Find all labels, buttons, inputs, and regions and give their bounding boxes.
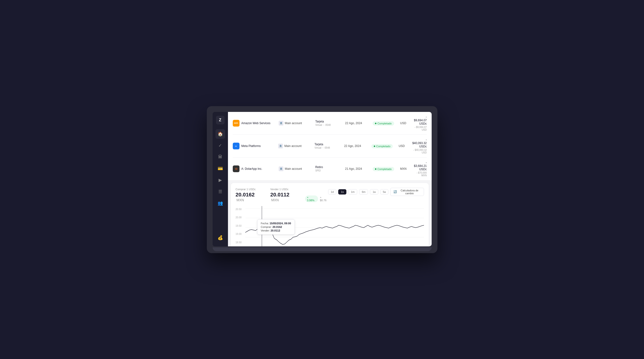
account-icon: 🏦 xyxy=(279,121,284,126)
wallet-icon: 💰 xyxy=(218,235,223,240)
sidebar-item-users[interactable]: 👥 xyxy=(216,198,225,208)
y-label-4: 19.00 xyxy=(236,233,245,235)
amount-secondary: - $40,093.32 USD xyxy=(412,149,426,154)
sidebar-item-send[interactable]: ▶ xyxy=(216,175,225,185)
date-col: 22 Ago, 2024 xyxy=(345,122,373,125)
amount-col: - $3,684.21 USDc - $70,000 MXN xyxy=(414,161,426,177)
amount-primary: - $3,684.21 USDc xyxy=(414,161,426,171)
laptop-base xyxy=(212,247,432,251)
bank-icon: 🏛 xyxy=(218,154,222,160)
account-col: 🏦 Main account xyxy=(279,121,316,126)
laptop-shell: Z 🏠 ✓ 🏛 💳 ▶ ☰ 👥 💰 xyxy=(207,106,438,253)
exchange-controls: 1d 1s 1m 6m 1a 5a 🔄 Calculadora de cambi… xyxy=(328,188,424,196)
status-dot xyxy=(375,168,376,170)
list-icon: ☰ xyxy=(218,189,222,194)
tooltip-sell-row: Vender: 20.0112 xyxy=(261,229,291,232)
sell-rate: Vender 1 USDc 20.0112 MXN xyxy=(270,188,298,202)
status-dot xyxy=(374,146,375,147)
merchant-col: 💼 A: DolarApp Inc. xyxy=(233,166,279,172)
meta-icon: ∞ xyxy=(233,143,240,149)
sell-currency: MXN xyxy=(271,198,279,202)
date-col: 21 Ago, 2024 xyxy=(345,167,373,170)
payment-type: Tarjeta xyxy=(314,143,344,146)
table-row: AWS Amazon Web Services 🏦 Main account T… xyxy=(233,112,427,135)
check-icon: ✓ xyxy=(218,143,222,148)
sell-value: 20.0112 xyxy=(270,192,290,198)
y-label-5: 18.50 xyxy=(236,241,245,244)
payment-detail: Virtual ··· 0548 xyxy=(315,124,345,126)
sidebar-item-bank[interactable]: 🏛 xyxy=(216,152,225,162)
card-icon: 💳 xyxy=(218,166,223,171)
rate-change-pct: + 3.98% xyxy=(305,196,318,202)
time-btn-6m[interactable]: 6m xyxy=(359,189,368,194)
merchant-name: Amazon Web Services xyxy=(242,122,270,125)
account-col: 🏦 Main account xyxy=(278,144,314,148)
amount-primary: - $40,093.32 USDc xyxy=(412,138,426,148)
buy-value-row: 20.0162 MXN xyxy=(236,192,263,202)
sidebar-item-list[interactable]: ☰ xyxy=(216,187,225,196)
account-icon: 🏦 xyxy=(279,166,284,171)
aws-icon: AWS xyxy=(233,120,240,126)
time-btn-1a[interactable]: 1a xyxy=(370,189,378,194)
users-icon: 👥 xyxy=(218,200,223,206)
exchange-rates: Comprar 1 USDc 20.0162 MXN Vender 1 USDc… xyxy=(236,188,328,202)
merchant-name: A: DolarApp Inc. xyxy=(242,167,262,170)
time-btn-1d[interactable]: 1d xyxy=(328,189,336,194)
chart-tooltip: Fecha: 15/05/2024, 09:00 Comprar: 20.016… xyxy=(257,219,295,234)
y-label-3: 19.50 xyxy=(236,224,245,227)
amount-secondary: - $9,694.07 USD xyxy=(414,126,426,131)
buy-label: Comprar 1 USDc xyxy=(236,188,263,191)
laptop-screen: Z 🏠 ✓ 🏛 💳 ▶ ☰ 👥 💰 xyxy=(212,112,432,246)
dolarapp-icon: 💼 xyxy=(233,166,240,172)
sidebar: Z 🏠 ✓ 🏛 💳 ▶ ☰ 👥 💰 xyxy=(212,112,228,246)
account-col: 🏦 Main account xyxy=(279,166,316,171)
payment-detail: SPEI xyxy=(315,169,345,172)
payment-type: Retiro xyxy=(315,166,345,169)
time-btn-5a[interactable]: 5a xyxy=(380,189,388,194)
home-icon: 🏠 xyxy=(218,131,223,137)
send-icon: ▶ xyxy=(218,178,222,183)
status-col: Completado xyxy=(372,121,400,126)
account-name: Main account xyxy=(285,122,302,125)
merchant-name: Meta Platforms xyxy=(242,144,261,148)
currency-col: USD xyxy=(400,122,414,125)
account-icon: 🏦 xyxy=(278,144,283,148)
status-col: Completado xyxy=(372,166,400,171)
y-label-2: 20.00 xyxy=(236,216,245,219)
y-label-1: 20.50 xyxy=(236,208,245,210)
table-row: 💼 A: DolarApp Inc. 🏦 Main account Retiro… xyxy=(233,158,427,180)
status-badge: Completado xyxy=(372,167,394,171)
status-col: Completado xyxy=(371,144,399,148)
time-btn-1s[interactable]: 1s xyxy=(338,189,346,194)
app-logo: Z xyxy=(216,116,224,124)
sidebar-item-home[interactable]: 🏠 xyxy=(216,129,225,139)
calculator-icon: 🔄 xyxy=(394,190,397,193)
main-content: AWS Amazon Web Services 🏦 Main account T… xyxy=(228,112,432,246)
account-name: Main account xyxy=(284,144,302,148)
date-col: 22 Ago, 2024 xyxy=(344,144,371,148)
chart-y-labels: 20.50 20.00 19.50 19.00 18.50 18.00 xyxy=(236,206,245,246)
transactions-section: AWS Amazon Web Services 🏦 Main account T… xyxy=(228,112,432,180)
payment-detail: Virtual ··· 0548 xyxy=(314,146,344,149)
exchange-header: Comprar 1 USDc 20.0162 MXN Vender 1 USDc… xyxy=(236,188,424,202)
currency-col: MXN xyxy=(400,167,414,170)
tooltip-date-row: Fecha: 15/05/2024, 09:00 xyxy=(261,222,291,225)
calculator-button[interactable]: 🔄 Calculadora de cambio xyxy=(390,188,424,196)
status-dot xyxy=(375,123,376,124)
merchant-col: AWS Amazon Web Services xyxy=(233,120,279,126)
rate-change-abs: + $0.76 xyxy=(320,196,328,202)
sidebar-item-check[interactable]: ✓ xyxy=(216,141,225,150)
time-btn-1m[interactable]: 1m xyxy=(348,189,357,194)
sidebar-item-card[interactable]: 💳 xyxy=(216,164,225,174)
sidebar-item-wallet[interactable]: 💰 xyxy=(216,233,225,242)
sell-value-row: 20.0112 MXN xyxy=(270,192,298,202)
table-row: ∞ Meta Platforms 🏦 Main account Tarjeta … xyxy=(233,135,427,158)
buy-rate: Comprar 1 USDc 20.0162 MXN xyxy=(236,188,263,202)
exchange-section: Comprar 1 USDc 20.0162 MXN Vender 1 USDc… xyxy=(231,183,429,246)
tooltip-buy-row: Comprar: 20.0162 xyxy=(261,226,291,228)
payment-col: Tarjeta Virtual ··· 0548 xyxy=(314,143,344,149)
buy-currency: MXN xyxy=(236,198,244,202)
amount-col: - $40,093.32 USDc - $40,093.32 USD xyxy=(412,138,426,154)
account-name: Main account xyxy=(285,167,302,170)
status-badge: Completado xyxy=(372,121,394,126)
